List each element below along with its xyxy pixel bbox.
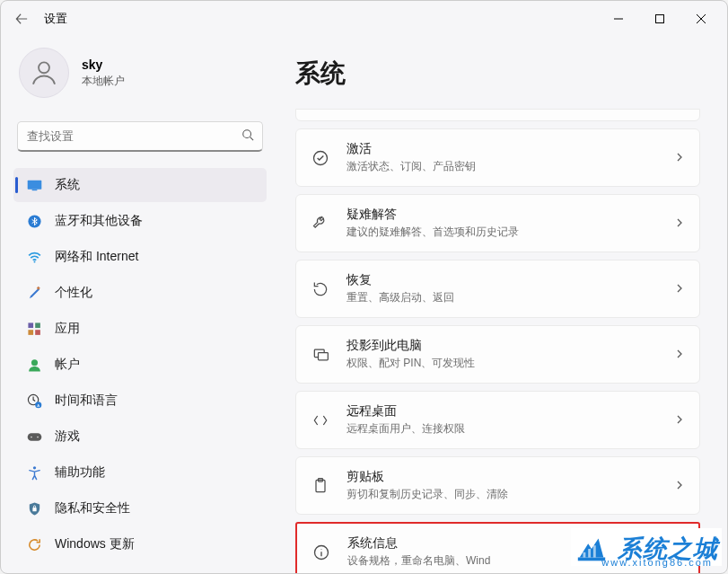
svg-text:A: A bbox=[37, 402, 39, 407]
svg-rect-7 bbox=[27, 180, 41, 189]
sidebar-item-label: 应用 bbox=[55, 321, 80, 337]
sidebar: sky 本地帐户 系统 bbox=[1, 37, 279, 573]
main-content: 系统 激活 激活状态、订阅、产品密钥 bbox=[279, 37, 727, 573]
person-icon bbox=[26, 357, 42, 373]
sidebar-item-label: Windows 更新 bbox=[55, 536, 135, 552]
chevron-right-icon bbox=[674, 478, 685, 494]
titlebar: 设置 bbox=[1, 1, 727, 37]
svg-point-10 bbox=[33, 261, 35, 262]
user-name: sky bbox=[82, 57, 125, 72]
project-icon bbox=[311, 345, 330, 365]
brush-icon bbox=[26, 285, 42, 301]
sidebar-item-network[interactable]: 网络和 Internet bbox=[13, 240, 267, 274]
sidebar-item-apps[interactable]: 应用 bbox=[13, 312, 267, 346]
svg-rect-15 bbox=[35, 330, 40, 335]
sidebar-item-bluetooth[interactable]: 蓝牙和其他设备 bbox=[13, 204, 267, 238]
nav-list: 系统 蓝牙和其他设备 网络和 Internet bbox=[13, 168, 267, 561]
app-title: 设置 bbox=[44, 11, 67, 27]
chevron-right-icon bbox=[674, 347, 685, 363]
sidebar-item-label: 个性化 bbox=[55, 285, 92, 301]
card-title: 投影到此电脑 bbox=[346, 338, 658, 354]
card-remote-desktop[interactable]: 远程桌面 远程桌面用户、连接权限 bbox=[295, 391, 700, 449]
close-button[interactable] bbox=[680, 5, 722, 32]
card-title: 系统信息 bbox=[347, 535, 657, 552]
minimize-button[interactable] bbox=[598, 5, 639, 32]
card-subtitle: 远程桌面用户、连接权限 bbox=[346, 421, 658, 437]
card-project[interactable]: 投影到此电脑 权限、配对 PIN、可发现性 bbox=[295, 325, 700, 384]
svg-rect-28 bbox=[319, 352, 329, 359]
card-subtitle: 剪切和复制历史记录、同步、清除 bbox=[346, 487, 658, 502]
update-icon bbox=[26, 536, 42, 552]
user-block[interactable]: sky 本地帐户 bbox=[13, 37, 267, 116]
card-subtitle: 激活状态、订阅、产品密钥 bbox=[346, 159, 658, 174]
sidebar-item-update[interactable]: Windows 更新 bbox=[13, 527, 267, 561]
svg-rect-14 bbox=[28, 330, 33, 335]
card-title: 剪贴板 bbox=[346, 469, 658, 485]
sidebar-item-personalization[interactable]: 个性化 bbox=[13, 276, 267, 310]
sidebar-item-label: 网络和 Internet bbox=[55, 249, 138, 265]
search-wrap bbox=[13, 121, 267, 152]
card-activation[interactable]: 激活 激活状态、订阅、产品密钥 bbox=[295, 128, 700, 187]
chevron-right-icon bbox=[674, 412, 685, 428]
user-account-type: 本地帐户 bbox=[82, 74, 125, 89]
check-circle-icon bbox=[311, 148, 330, 168]
sidebar-item-label: 时间和语言 bbox=[55, 393, 118, 409]
info-icon bbox=[311, 543, 331, 562]
back-button[interactable] bbox=[6, 4, 37, 34]
bluetooth-icon bbox=[26, 213, 42, 229]
card-partial-top[interactable] bbox=[295, 109, 700, 121]
sidebar-item-gaming[interactable]: 游戏 bbox=[13, 419, 267, 454]
chevron-right-icon bbox=[674, 281, 685, 297]
wrench-icon bbox=[311, 214, 330, 234]
sidebar-item-label: 游戏 bbox=[55, 428, 80, 445]
sidebar-item-system[interactable]: 系统 bbox=[13, 168, 267, 202]
maximize-button[interactable] bbox=[639, 5, 680, 32]
gamepad-icon bbox=[26, 428, 42, 445]
display-icon bbox=[26, 177, 42, 193]
card-subtitle: 重置、高级启动、返回 bbox=[346, 290, 658, 305]
sidebar-item-label: 帐户 bbox=[55, 357, 80, 373]
svg-rect-8 bbox=[31, 189, 37, 190]
sidebar-item-accessibility[interactable]: 辅助功能 bbox=[13, 455, 267, 490]
svg-rect-12 bbox=[28, 322, 33, 328]
sidebar-item-privacy[interactable]: 隐私和安全性 bbox=[13, 491, 267, 525]
card-subtitle: 权限、配对 PIN、可发现性 bbox=[346, 356, 658, 371]
clipboard-icon bbox=[311, 476, 330, 496]
svg-point-23 bbox=[32, 466, 35, 469]
card-title: 恢复 bbox=[346, 272, 658, 288]
card-recovery[interactable]: 恢复 重置、高级启动、返回 bbox=[295, 260, 700, 318]
card-subtitle: 设备规格，重命名电脑、Wind bbox=[347, 553, 657, 569]
svg-rect-11 bbox=[36, 286, 39, 289]
svg-rect-13 bbox=[35, 322, 40, 328]
shield-icon bbox=[26, 500, 42, 517]
card-title: 远程桌面 bbox=[346, 403, 658, 419]
avatar bbox=[19, 48, 69, 98]
page-title: 系统 bbox=[295, 57, 700, 91]
sidebar-item-label: 系统 bbox=[55, 177, 80, 193]
svg-point-22 bbox=[37, 436, 39, 437]
apps-icon bbox=[26, 321, 42, 337]
sidebar-item-time-language[interactable]: A 时间和语言 bbox=[13, 384, 267, 418]
svg-rect-1 bbox=[656, 15, 664, 23]
sidebar-item-accounts[interactable]: 帐户 bbox=[13, 348, 267, 382]
recovery-icon bbox=[311, 279, 330, 299]
accessibility-icon bbox=[26, 464, 42, 481]
card-troubleshoot[interactable]: 疑难解答 建议的疑难解答、首选项和历史记录 bbox=[295, 194, 700, 252]
clock-language-icon: A bbox=[26, 393, 42, 409]
search-input[interactable] bbox=[17, 121, 263, 152]
svg-point-16 bbox=[31, 359, 37, 366]
card-system-info[interactable]: 系统信息 设备规格，重命名电脑、Wind bbox=[295, 522, 700, 573]
svg-point-21 bbox=[31, 436, 32, 437]
chevron-right-icon bbox=[674, 150, 685, 166]
sidebar-item-label: 辅助功能 bbox=[55, 464, 105, 481]
svg-rect-20 bbox=[27, 433, 41, 441]
sidebar-item-label: 隐私和安全性 bbox=[55, 500, 130, 517]
svg-point-4 bbox=[39, 62, 49, 73]
chevron-right-icon bbox=[674, 216, 685, 232]
remote-icon bbox=[311, 411, 330, 430]
card-title: 疑难解答 bbox=[346, 207, 658, 223]
chevron-right-icon bbox=[673, 544, 684, 561]
card-title: 激活 bbox=[346, 141, 658, 157]
card-clipboard[interactable]: 剪贴板 剪切和复制历史记录、同步、清除 bbox=[295, 456, 700, 515]
wifi-icon bbox=[26, 249, 42, 265]
